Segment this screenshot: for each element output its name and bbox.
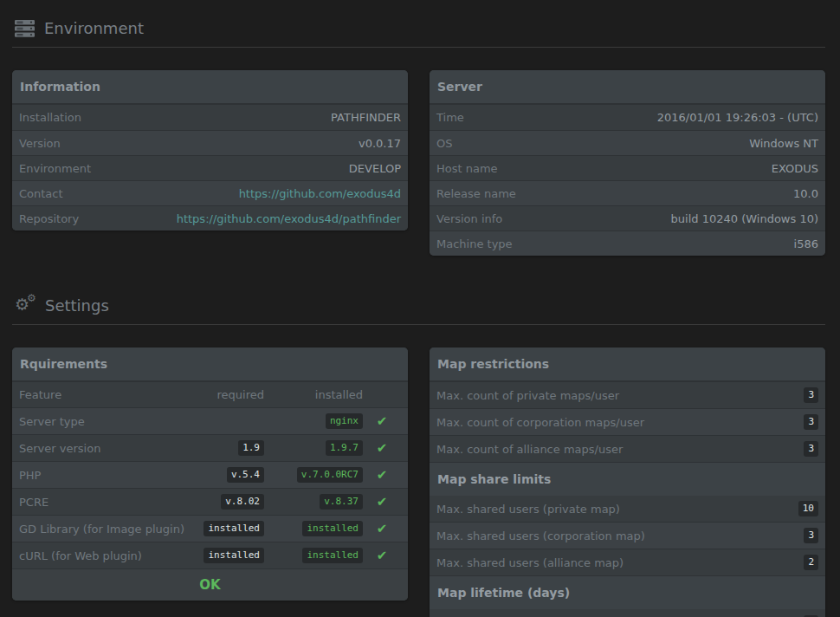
required-badge: v.8.02 bbox=[221, 494, 264, 510]
column-header-required: required bbox=[184, 388, 264, 401]
requirements-table-header: Feature required installed bbox=[12, 382, 408, 407]
requirements-status-text: OK bbox=[12, 568, 408, 601]
section-environment: Environment Information Installation PAT… bbox=[12, 19, 825, 256]
server-panel-title: Server bbox=[430, 70, 825, 105]
row-label: Max. count of alliance maps/user bbox=[436, 443, 623, 456]
row-value: v0.0.17 bbox=[359, 137, 401, 150]
map-settings-panel: Map restrictions Max. count of private m… bbox=[430, 347, 825, 617]
info-row-version: Version v0.0.17 bbox=[12, 130, 408, 155]
feature-label: PCRE bbox=[19, 496, 184, 509]
row-label: Version bbox=[19, 137, 61, 150]
row-label: Installation bbox=[19, 111, 81, 124]
installed-badge: installed bbox=[302, 548, 363, 563]
value-badge: 3 bbox=[804, 441, 818, 457]
server-row-versioninfo: Version info build 10240 (Windows 10) bbox=[430, 205, 825, 231]
row-value: Windows NT bbox=[749, 137, 818, 150]
contact-link[interactable]: https://github.com/exodus4d bbox=[239, 187, 401, 200]
check-icon: ✔ bbox=[377, 548, 388, 563]
environment-section-header: Environment bbox=[15, 19, 825, 37]
server-stack-icon bbox=[15, 20, 35, 37]
server-row-machinetype: Machine type i586 bbox=[430, 231, 825, 256]
row-value: build 10240 (Windows 10) bbox=[671, 212, 818, 225]
installed-badge: nginx bbox=[326, 413, 363, 429]
feature-label: PHP bbox=[19, 469, 184, 482]
feature-label: Server type bbox=[19, 415, 184, 428]
requirement-row-pcre: PCRE v.8.02 v.8.37 ✔ bbox=[12, 488, 408, 515]
row-value: 10.0 bbox=[793, 187, 818, 200]
installed-badge: 1.9.7 bbox=[326, 440, 363, 456]
information-panel: Information Installation PATHFINDER Vers… bbox=[12, 70, 408, 231]
gears-icon: ⚙ ⚙ bbox=[15, 296, 36, 315]
column-header-feature: Feature bbox=[19, 388, 184, 401]
setting-row-private-maps: Max. count of private maps/user 3 bbox=[430, 382, 825, 408]
row-label: OS bbox=[436, 137, 452, 150]
value-badge: 2 bbox=[804, 555, 818, 570]
requirement-row-server-type: Server type nginx ✔ bbox=[12, 407, 408, 434]
row-label: Host name bbox=[436, 162, 498, 175]
installed-badge: v.7.0.0RC7 bbox=[297, 467, 363, 483]
required-badge: installed bbox=[204, 548, 264, 563]
value-badge: 3 bbox=[804, 414, 818, 430]
feature-label: Server version bbox=[19, 442, 184, 455]
section-settings: ⚙ ⚙ Settings Rquirements Feature require… bbox=[12, 296, 825, 617]
map-share-limits-title: Map share limits bbox=[430, 462, 825, 496]
settings-divider bbox=[12, 324, 825, 325]
settings-section-header: ⚙ ⚙ Settings bbox=[15, 296, 825, 315]
row-value: i586 bbox=[794, 237, 818, 250]
row-label: Max. shared users (private map) bbox=[436, 503, 620, 516]
map-lifetime-title: Map lifetime (days) bbox=[430, 575, 825, 609]
requirement-row-php: PHP v.5.4 v.7.0.0RC7 ✔ bbox=[12, 461, 408, 488]
server-panel: Server Time 2016/01/01 19:26:03 - (UTC) … bbox=[430, 70, 825, 256]
row-label: Max. shared users (alliance map) bbox=[436, 556, 624, 569]
row-value: 2016/01/01 19:26:03 - (UTC) bbox=[657, 111, 818, 124]
row-label: Max. count of private maps/user bbox=[436, 389, 619, 402]
page: Environment Information Installation PAT… bbox=[0, 0, 840, 617]
requirement-row-server-version: Server version 1.9 1.9.7 ✔ bbox=[12, 434, 408, 461]
setting-row-partial bbox=[430, 609, 825, 617]
setting-row-alliance-maps: Max. count of alliance maps/user 3 bbox=[430, 435, 825, 462]
row-label: Max. count of corporation maps/user bbox=[436, 416, 644, 429]
settings-section-title: Settings bbox=[45, 296, 109, 315]
info-row-repository: Repository https://github.com/exodus4d/p… bbox=[12, 205, 408, 231]
setting-row-shared-private: Max. shared users (private map) 10 bbox=[430, 496, 825, 522]
row-value: EXODUS bbox=[772, 162, 818, 175]
row-value: PATHFINDER bbox=[331, 111, 401, 124]
required-badge: installed bbox=[204, 521, 264, 536]
value-badge: 3 bbox=[804, 528, 818, 543]
installed-badge: v.8.37 bbox=[320, 494, 363, 510]
check-icon: ✔ bbox=[377, 521, 388, 536]
info-row-installation: Installation PATHFINDER bbox=[12, 105, 408, 130]
information-panel-title: Information bbox=[12, 70, 408, 105]
required-badge: 1.9 bbox=[238, 440, 264, 456]
row-label: Machine type bbox=[436, 237, 513, 250]
environment-divider bbox=[12, 47, 825, 48]
check-icon: ✔ bbox=[377, 494, 388, 510]
server-row-hostname: Host name EXODUS bbox=[430, 155, 825, 180]
repository-link[interactable]: https://github.com/exodus4d/pathfinder bbox=[177, 212, 401, 225]
requirement-row-gd-library: GD Library (for Image plugin) installed … bbox=[12, 515, 408, 542]
value-badge: 3 bbox=[804, 387, 818, 403]
check-icon: ✔ bbox=[377, 413, 388, 429]
feature-label: GD Library (for Image plugin) bbox=[19, 523, 184, 536]
required-badge: v.5.4 bbox=[227, 467, 264, 483]
row-label: Environment bbox=[19, 162, 91, 175]
column-header-installed: installed bbox=[264, 388, 363, 401]
row-value: DEVELOP bbox=[349, 162, 401, 175]
row-label: Repository bbox=[19, 212, 79, 225]
environment-section-title: Environment bbox=[44, 19, 144, 37]
requirement-row-curl: cURL (for Web plugin) installed installe… bbox=[12, 542, 408, 568]
row-label: Max. shared users (corporation map) bbox=[436, 529, 645, 542]
value-badge: 10 bbox=[798, 501, 818, 516]
server-row-time: Time 2016/01/01 19:26:03 - (UTC) bbox=[430, 105, 825, 130]
check-icon: ✔ bbox=[377, 467, 388, 483]
row-label: Time bbox=[436, 111, 464, 124]
info-row-environment: Environment DEVELOP bbox=[12, 155, 408, 180]
server-row-release: Release name 10.0 bbox=[430, 180, 825, 205]
info-row-contact: Contact https://github.com/exodus4d bbox=[12, 180, 408, 205]
row-label: Version info bbox=[436, 212, 502, 225]
setting-row-shared-alliance: Max. shared users (alliance map) 2 bbox=[430, 549, 825, 575]
setting-row-corporation-maps: Max. count of corporation maps/user 3 bbox=[430, 408, 825, 435]
row-label: Release name bbox=[436, 187, 516, 200]
setting-row-shared-corporation: Max. shared users (corporation map) 3 bbox=[430, 522, 825, 549]
requirements-panel-title: Rquirements bbox=[12, 347, 408, 382]
